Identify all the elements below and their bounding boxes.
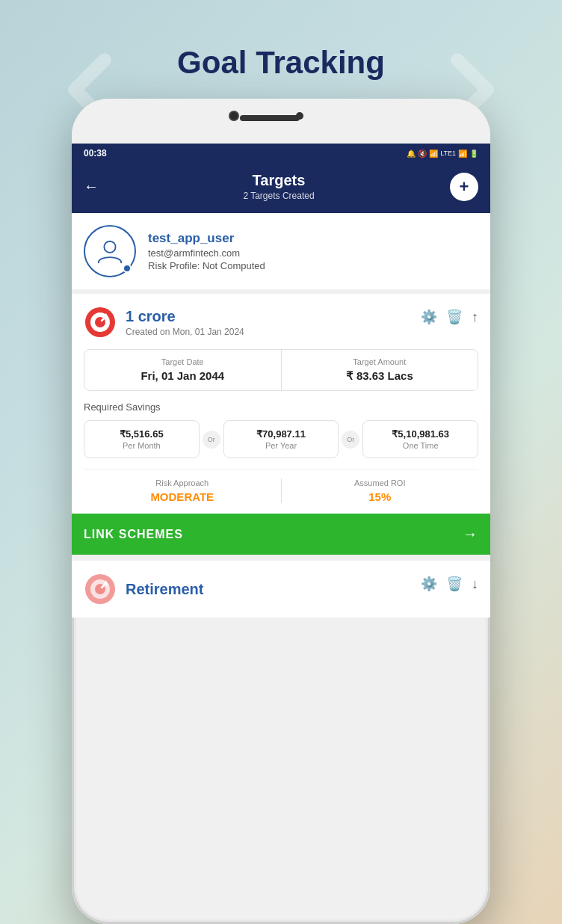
settings-icon[interactable]: ⚙️ xyxy=(421,309,437,325)
required-savings-label: Required Savings xyxy=(84,401,478,413)
front-camera-icon xyxy=(229,111,239,121)
target-amount-cell: Target Amount ₹ 83.63 Lacs xyxy=(282,350,478,390)
goal-2-collapse-icon[interactable]: ↓ xyxy=(472,576,478,592)
goal-header-2: Retirement ⚙️ 🗑️ ↓ xyxy=(84,573,478,606)
user-section: test_app_user test@armfintech.com Risk P… xyxy=(72,213,490,294)
assumed-roi-value: 15% xyxy=(282,490,479,503)
link-schemes-label: LINK SCHEMES xyxy=(84,528,183,541)
assumed-roi-cell: Assumed ROI 15% xyxy=(282,478,479,503)
camera-dot xyxy=(296,112,303,120)
speaker-bar xyxy=(240,115,300,121)
svg-point-0 xyxy=(104,241,115,253)
phone-screen: 00:38 🔔 🔇 📶 LTE1 📶 🔋 ← Targets 2 Targets… xyxy=(72,144,490,617)
phone-top xyxy=(72,99,490,144)
savings-options-row: ₹5,516.65 Per Month Or ₹70,987.11 Per Ye… xyxy=(84,420,478,458)
target-info-row: Target Date Fri, 01 Jan 2044 Target Amou… xyxy=(84,349,478,391)
status-bar: 00:38 🔔 🔇 📶 LTE1 📶 🔋 xyxy=(72,144,490,163)
monthly-amount: ₹5,516.65 xyxy=(89,428,194,440)
avatar-dot xyxy=(123,264,132,273)
target-amount-label: Target Amount xyxy=(291,357,469,366)
monthly-savings-cell: ₹5,516.65 Per Month xyxy=(84,420,200,458)
status-icons: 🔔 🔇 📶 LTE1 📶 🔋 xyxy=(407,150,478,158)
page-title: Goal Tracking xyxy=(177,45,385,81)
header-title: Targets xyxy=(108,172,450,189)
risk-roi-row: Risk Approach MODERATE Assumed ROI 15% xyxy=(84,469,478,503)
goal-card-1: 1 crore Created on Mon, 01 Jan 2024 ⚙️ 🗑… xyxy=(72,294,490,555)
goal-2-title-area: Retirement xyxy=(84,573,203,606)
status-time: 00:38 xyxy=(84,148,107,158)
goal-2-info: Retirement xyxy=(126,581,203,598)
or-circle-2: Or xyxy=(342,431,359,449)
lte-icon: LTE1 xyxy=(440,150,456,157)
goal-2-actions: ⚙️ 🗑️ ↓ xyxy=(421,576,478,592)
goal-card-2: Retirement ⚙️ 🗑️ ↓ xyxy=(72,561,490,617)
wifi-icon: 📶 xyxy=(429,150,438,158)
mute-icon: 🔇 xyxy=(418,150,427,158)
section-divider xyxy=(72,555,490,561)
add-target-button[interactable]: + xyxy=(450,173,478,201)
goal-2-delete-icon[interactable]: 🗑️ xyxy=(446,576,463,592)
risk-approach-cell: Risk Approach MODERATE xyxy=(84,478,282,503)
avatar xyxy=(84,225,136,277)
onetime-savings-cell: ₹5,10,981.63 One Time xyxy=(362,420,478,458)
target-date-cell: Target Date Fri, 01 Jan 2044 xyxy=(84,350,282,390)
battery-icon: 🔋 xyxy=(469,150,478,158)
goal-2-name: Retirement xyxy=(126,581,203,598)
back-button[interactable]: ← xyxy=(84,178,108,195)
target-date-label: Target Date xyxy=(93,357,272,366)
goal-1-name: 1 crore xyxy=(126,308,244,325)
goal-title-area: 1 crore Created on Mon, 01 Jan 2024 xyxy=(84,306,244,339)
yearly-period: Per Year xyxy=(229,441,334,450)
link-schemes-button[interactable]: LINK SCHEMES → xyxy=(72,514,490,555)
assumed-roi-label: Assumed ROI xyxy=(282,478,479,487)
link-schemes-arrow-icon: → xyxy=(463,526,478,543)
user-risk-profile: Risk Profile: Not Computed xyxy=(148,260,265,271)
target-amount-value: ₹ 83.63 Lacs xyxy=(291,369,469,383)
risk-approach-label: Risk Approach xyxy=(84,478,281,487)
expand-icon[interactable]: ↑ xyxy=(472,309,478,325)
goal-2-settings-icon[interactable]: ⚙️ xyxy=(421,576,437,592)
onetime-period: One Time xyxy=(368,441,473,450)
signal-icon: 📶 xyxy=(458,150,467,158)
targets-count: 2 Targets Created xyxy=(108,191,450,201)
goal-1-created: Created on Mon, 01 Jan 2024 xyxy=(126,327,244,337)
user-info: test_app_user test@armfintech.com Risk P… xyxy=(148,231,265,271)
delete-icon[interactable]: 🗑️ xyxy=(446,309,463,325)
yearly-savings-cell: ₹70,987.11 Per Year xyxy=(223,420,339,458)
risk-approach-value: MODERATE xyxy=(84,490,281,503)
goal-header-1: 1 crore Created on Mon, 01 Jan 2024 ⚙️ 🗑… xyxy=(84,306,478,339)
or-circle-1: Or xyxy=(203,431,220,449)
alarm-icon: 🔔 xyxy=(407,150,416,158)
goal-1-actions: ⚙️ 🗑️ ↑ xyxy=(421,309,478,325)
monthly-period: Per Month xyxy=(89,441,194,450)
yearly-amount: ₹70,987.11 xyxy=(229,428,334,440)
header-title-area: Targets 2 Targets Created xyxy=(108,172,450,201)
user-name: test_app_user xyxy=(148,231,265,246)
onetime-amount: ₹5,10,981.63 xyxy=(368,428,473,440)
phone-frame: 00:38 🔔 🔇 📶 LTE1 📶 🔋 ← Targets 2 Targets… xyxy=(72,99,490,924)
user-email: test@armfintech.com xyxy=(148,247,265,259)
target-date-value: Fri, 01 Jan 2044 xyxy=(93,369,272,382)
app-header: ← Targets 2 Targets Created + xyxy=(72,163,490,213)
goal-1-info: 1 crore Created on Mon, 01 Jan 2024 xyxy=(126,308,244,337)
